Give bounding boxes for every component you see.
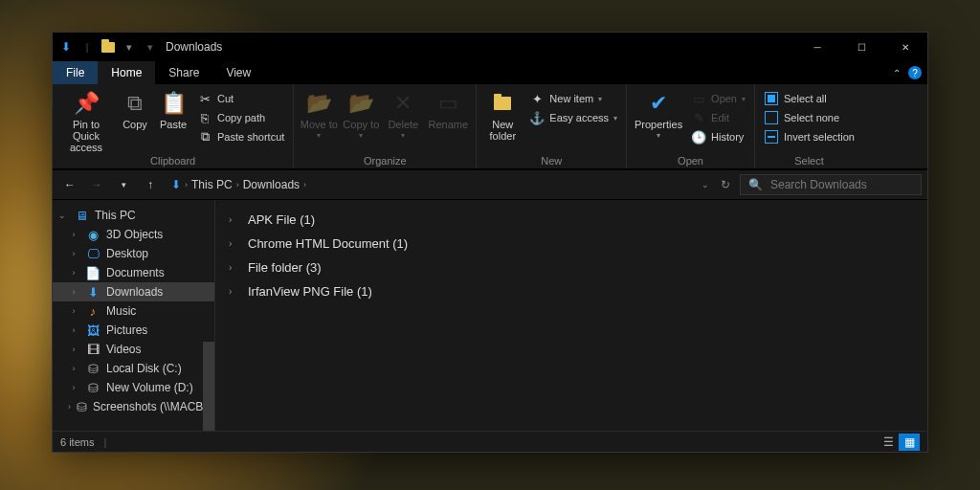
copy-button[interactable]: ⧉ Copy: [118, 88, 152, 130]
sidebar-item-documents[interactable]: ›📄Documents: [53, 263, 214, 282]
sidebar-item-screenshots[interactable]: ›⛁Screenshots (\\MACBOOK: [53, 397, 214, 416]
expand-icon[interactable]: ›: [229, 214, 238, 225]
chevron-icon[interactable]: ›: [236, 180, 239, 189]
status-bar: 6 items | ☰ ▦: [53, 431, 927, 452]
history-label: History: [711, 131, 744, 143]
sidebar-item-label: Desktop: [106, 247, 148, 260]
properties-label: Properties: [635, 119, 682, 130]
address-dropdown-icon[interactable]: ⌄: [702, 180, 709, 189]
breadcrumb-downloads[interactable]: Downloads: [243, 178, 300, 191]
sidebar-item-3d-objects[interactable]: ›◉3D Objects: [53, 225, 214, 244]
tab-file[interactable]: File: [53, 61, 98, 84]
edit-button[interactable]: ✎Edit: [688, 109, 748, 126]
select-all-label: Select all: [784, 93, 827, 104]
copy-path-label: Copy path: [217, 112, 265, 123]
new-item-label: New item: [549, 93, 593, 104]
new-group-label: New: [541, 153, 562, 167]
expand-icon[interactable]: ›: [229, 286, 238, 297]
invert-selection-label: Invert selection: [784, 131, 855, 143]
properties-icon: ✔: [645, 90, 672, 117]
sidebar-item-new-volume-d[interactable]: ›⛁New Volume (D:): [53, 378, 214, 397]
sidebar-item-network[interactable]: ›🖧Network: [53, 426, 214, 431]
nav-up-button[interactable]: ↑: [139, 173, 162, 196]
paste-button[interactable]: 📋 Paste: [156, 88, 190, 130]
sidebar-item-local-disk-c[interactable]: ›⛁Local Disk (C:): [53, 359, 214, 378]
new-folder-button[interactable]: New folder: [482, 88, 523, 142]
expand-icon[interactable]: ›: [68, 249, 79, 258]
expand-icon[interactable]: ⌄: [56, 211, 68, 220]
expand-icon[interactable]: ›: [68, 325, 79, 335]
details-view-button[interactable]: ☰: [878, 434, 899, 451]
close-button[interactable]: ✕: [883, 33, 927, 61]
sidebar-item-videos[interactable]: ›🎞Videos: [53, 340, 214, 359]
folder-icon[interactable]: [100, 39, 116, 55]
breadcrumb-this-pc-label: This PC: [191, 178, 233, 191]
expand-icon[interactable]: ›: [68, 230, 79, 239]
sidebar-item-desktop[interactable]: ›🖵Desktop: [53, 244, 214, 263]
search-input[interactable]: 🔍 Search Downloads: [740, 174, 922, 195]
invert-selection-button[interactable]: Invert selection: [761, 128, 858, 145]
new-item-button[interactable]: ✦New item▾: [526, 90, 620, 107]
move-to-button[interactable]: 📂Move to▾: [300, 88, 338, 141]
nav-back-button[interactable]: ←: [58, 173, 81, 196]
open-button[interactable]: ▭Open▾: [688, 90, 748, 107]
expand-icon[interactable]: ›: [68, 306, 79, 316]
cut-button[interactable]: ✂Cut: [194, 90, 287, 107]
qat-overflow-icon[interactable]: ▾: [143, 39, 158, 55]
file-group-chrome-html[interactable]: ›Chrome HTML Document (1): [215, 232, 927, 256]
properties-button[interactable]: ✔Properties▾: [633, 88, 684, 141]
chevron-icon[interactable]: ›: [303, 180, 306, 189]
history-button[interactable]: 🕒History: [688, 128, 748, 145]
file-group-irfanview-png[interactable]: ›IrfanView PNG File (1): [215, 279, 927, 303]
copy-path-button[interactable]: ⎘Copy path: [194, 109, 287, 126]
collapse-ribbon-icon[interactable]: ⌃: [893, 68, 901, 78]
select-none-label: Select none: [784, 112, 839, 123]
thumbnails-view-button[interactable]: ▦: [899, 434, 920, 451]
tab-home[interactable]: Home: [98, 61, 155, 84]
breadcrumb[interactable]: ⬇ › This PC › Downloads › ⌄ ↻: [166, 174, 736, 195]
expand-icon[interactable]: ›: [229, 238, 238, 249]
paste-shortcut-button[interactable]: ⧉Paste shortcut: [194, 128, 287, 145]
minimize-button[interactable]: ─: [795, 33, 839, 61]
delete-icon: ✕: [390, 90, 416, 117]
network-icon: 🖧: [74, 428, 89, 431]
copy-icon: ⧉: [122, 90, 148, 117]
expand-icon[interactable]: ›: [68, 287, 79, 297]
paste-icon: 📋: [160, 90, 187, 117]
nav-forward-button[interactable]: →: [85, 173, 108, 196]
select-none-button[interactable]: Select none: [761, 109, 858, 126]
sidebar-item-this-pc[interactable]: ⌄🖥This PC: [53, 206, 214, 225]
file-group-apk[interactable]: ›APK File (1): [215, 208, 927, 232]
qat-dropdown-icon[interactable]: ▾: [122, 39, 137, 55]
expand-icon[interactable]: ›: [68, 383, 79, 392]
sidebar-item-music[interactable]: ›♪Music: [53, 301, 214, 321]
sidebar-item-pictures[interactable]: ›🖼Pictures: [53, 321, 214, 340]
rename-button[interactable]: ▭Rename: [426, 88, 470, 130]
file-list[interactable]: ›APK File (1) ›Chrome HTML Document (1) …: [215, 200, 927, 431]
file-group-file-folder[interactable]: ›File folder (3): [215, 256, 927, 279]
chevron-icon[interactable]: ›: [185, 180, 188, 189]
expand-icon[interactable]: ›: [68, 268, 79, 278]
nav-recent-button[interactable]: ▾: [112, 173, 135, 196]
sidebar-item-downloads[interactable]: ›⬇Downloads: [53, 282, 214, 301]
tab-view[interactable]: View: [212, 61, 264, 84]
down-arrow-icon[interactable]: ⬇: [58, 39, 74, 55]
sidebar-scrollbar[interactable]: [203, 342, 214, 431]
expand-icon[interactable]: ›: [68, 364, 79, 373]
breadcrumb-this-pc[interactable]: This PC: [191, 178, 233, 191]
maximize-button[interactable]: ☐: [839, 33, 883, 61]
delete-button[interactable]: ✕Delete▾: [384, 88, 422, 141]
copy-to-button[interactable]: 📂Copy to▾: [342, 88, 380, 141]
view-switcher: ☰ ▦: [878, 434, 920, 451]
refresh-button[interactable]: ↻: [721, 178, 730, 191]
tab-share[interactable]: Share: [155, 61, 212, 84]
sidebar-item-label: Local Disk (C:): [106, 362, 182, 375]
pin-to-quick-access-button[interactable]: 📌 Pin to Quick access: [58, 88, 114, 153]
help-icon[interactable]: ?: [908, 66, 922, 79]
easy-access-button[interactable]: ⚓Easy access▾: [526, 109, 620, 126]
expand-icon[interactable]: ›: [68, 345, 79, 354]
select-all-button[interactable]: Select all: [761, 90, 858, 107]
expand-icon[interactable]: ›: [229, 262, 238, 273]
expand-icon[interactable]: ›: [68, 402, 71, 412]
select-group-label: Select: [794, 153, 824, 167]
